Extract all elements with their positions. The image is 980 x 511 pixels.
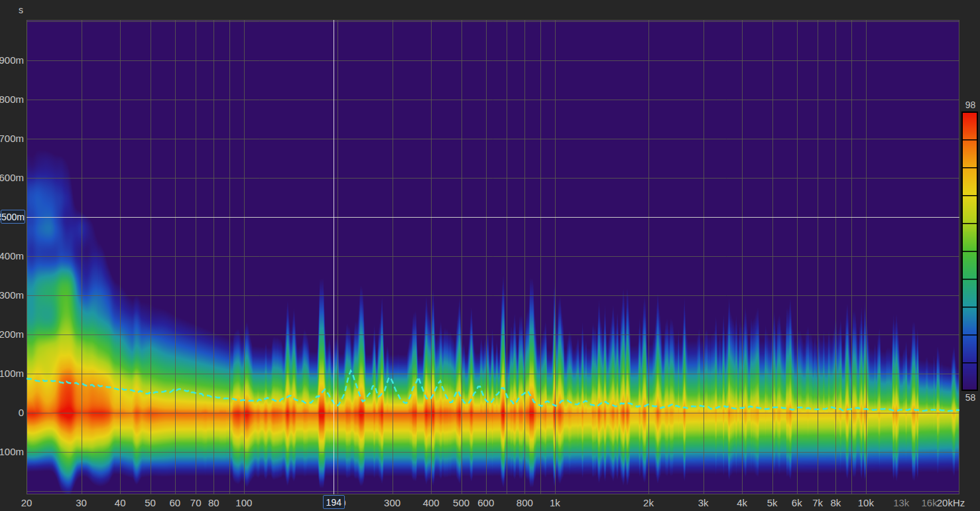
x-tick-label: 70 — [190, 497, 202, 509]
y-tick-label: 400m — [0, 250, 24, 263]
cursor-frequency-value: 194 — [326, 497, 341, 508]
y-tick-label: 300m — [0, 289, 24, 302]
x-tick-label: 8k — [830, 497, 841, 509]
crosshair-vertical — [334, 20, 334, 494]
x-tick-label: 50 — [145, 497, 156, 509]
x-tick-label: 40 — [115, 497, 126, 509]
cursor-time-readout: 500m — [1, 210, 25, 224]
y-tick-label: 0 — [19, 406, 24, 419]
legend-min-label: 58 — [961, 392, 979, 403]
crosshair-horizontal — [27, 217, 959, 218]
x-tick-label: 16k — [921, 497, 937, 509]
x-tick-label: 600 — [477, 497, 494, 509]
x-tick-label: 80 — [208, 497, 219, 509]
x-tick-label: 500 — [453, 497, 469, 509]
x-tick-label: 60 — [169, 497, 180, 509]
color-scale-legend: 98 58 — [961, 100, 980, 403]
x-tick-label: 300 — [384, 497, 400, 509]
spectrogram-window: s 900m800m700m600m500m400m300m200m100m0-… — [0, 0, 980, 511]
legend-max-label: 98 — [961, 100, 979, 110]
y-tick-label: 200m — [0, 328, 24, 341]
x-tick-label: 20kHz — [937, 497, 965, 509]
x-tick-label: 1k — [550, 497, 560, 509]
y-tick-label: -100m — [0, 445, 24, 459]
y-tick-label: 800m — [0, 93, 24, 106]
x-tick-label: 5k — [767, 497, 778, 509]
spectrogram-canvas[interactable] — [27, 20, 959, 494]
plot-area[interactable] — [27, 20, 959, 494]
cursor-frequency-readout: 194 — [323, 495, 345, 509]
x-tick-label: 6k — [792, 497, 802, 509]
y-tick-label: 900m — [0, 54, 24, 67]
y-tick-label: 700m — [0, 132, 24, 145]
x-tick-label: 10k — [858, 497, 874, 509]
x-tick-label: 30 — [76, 497, 87, 509]
x-tick-label: 13k — [893, 497, 909, 509]
x-tick-label: 400 — [423, 497, 440, 509]
y-axis-unit-label: s — [19, 4, 23, 16]
y-tick-label: 600m — [0, 171, 24, 184]
x-tick-label: 7k — [812, 497, 823, 509]
x-tick-label: 2k — [643, 497, 654, 509]
cursor-time-value: 500m — [1, 212, 25, 222]
x-tick-label: 100 — [235, 497, 252, 509]
x-tick-label: 800 — [517, 497, 533, 509]
color-scale-bar — [961, 111, 978, 391]
x-tick-label: 20 — [21, 497, 32, 509]
x-tick-label: 3k — [698, 497, 709, 509]
x-tick-label: 4k — [737, 497, 747, 509]
y-tick-label: 100m — [0, 367, 24, 380]
